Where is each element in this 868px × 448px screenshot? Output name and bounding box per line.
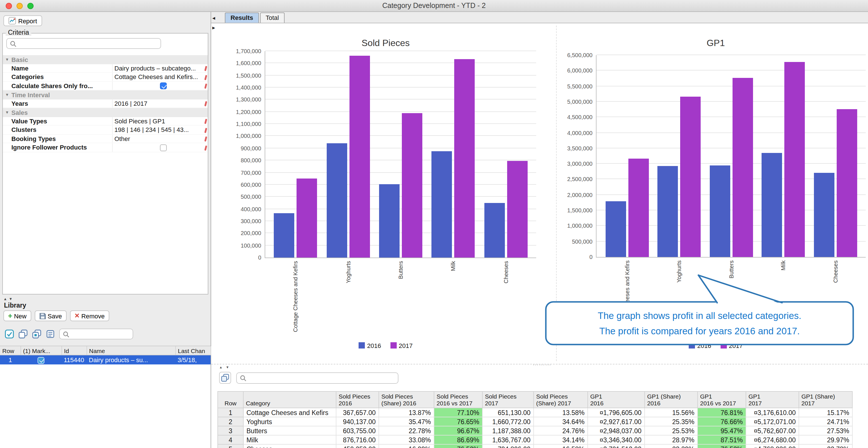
bar-2016[interactable] <box>379 184 400 257</box>
minimize-button[interactable] <box>17 3 23 9</box>
paste-icon[interactable] <box>45 329 55 339</box>
criteria-row[interactable]: Clusters198 | 146 | 234 | 545 | 43... <box>3 126 208 134</box>
bar-2016[interactable] <box>484 203 504 257</box>
results-column-header[interactable]: Row <box>218 391 243 408</box>
y-tick-label: 200,000 <box>241 230 261 237</box>
results-cell: 76.65% <box>434 417 483 426</box>
bar-2016[interactable] <box>605 201 626 257</box>
criteria-row-value[interactable]: Cottage Cheeses and Kefirs... <box>113 74 208 80</box>
criteria-group-header[interactable]: ▼Basic <box>3 55 208 64</box>
criteria-row-value[interactable] <box>113 82 208 89</box>
table-search[interactable] <box>236 372 398 383</box>
results-column-header[interactable]: Category <box>243 391 336 408</box>
results-column-header[interactable]: Sold Pieces (Share) 2017 <box>534 391 588 408</box>
save-button[interactable]: Save <box>34 310 66 321</box>
results-table-area: RowCategorySold Pieces 2016Sold Pieces (… <box>217 391 868 448</box>
remove-button[interactable]: ✕Remove <box>70 310 109 321</box>
y-tick-label: 1,700,000 <box>236 48 261 54</box>
criteria-row-value[interactable]: Sold Pieces | GP1 <box>113 118 208 125</box>
zoom-button[interactable] <box>27 3 34 9</box>
results-cell: 651,130.00 <box>483 408 534 417</box>
criteria-row-value[interactable]: 2016 | 2017 <box>113 100 208 107</box>
criteria-group-header[interactable]: ▼Sales <box>3 108 208 117</box>
results-column-header[interactable]: Sold Pieces 2016 <box>336 391 379 408</box>
select-all-icon[interactable] <box>5 329 14 339</box>
bar-2016[interactable] <box>432 151 452 257</box>
criteria-collapse-arrows[interactable]: ▲▼ <box>3 297 14 301</box>
results-column-header[interactable]: Sold Pieces 2016 vs 2017 <box>434 391 483 408</box>
bar-2016[interactable] <box>814 173 834 257</box>
library-column-header[interactable]: Id <box>61 346 87 355</box>
results-row[interactable]: 3Butters603,755.0022.78%96.67%1,187,388.… <box>218 426 852 435</box>
criteria-row-value[interactable]: Dairy products – subcatego... <box>113 65 208 72</box>
criteria-row-value[interactable]: Other <box>113 135 208 142</box>
bar-2017[interactable] <box>402 113 422 257</box>
results-column-header[interactable]: GP1 (Share) 2016 <box>645 391 698 408</box>
library-column-header[interactable]: (1) Mark... <box>21 346 61 355</box>
bar-2017[interactable] <box>732 78 753 257</box>
library-row[interactable]: 1115440Dairy products – su...3/5/18, <box>0 355 211 365</box>
bar-2017[interactable] <box>628 158 649 257</box>
criteria-row[interactable]: CategoriesCottage Cheeses and Kefirs... <box>3 73 208 81</box>
criteria-row[interactable]: Years2016 | 2017 <box>3 99 208 108</box>
library-search-input[interactable] <box>71 330 130 338</box>
library-column-header[interactable]: Last Chan <box>175 346 211 355</box>
criteria-checkbox[interactable] <box>160 83 167 90</box>
library-column-header[interactable]: Row <box>0 346 21 355</box>
criteria-row-value[interactable]: 198 | 146 | 234 | 545 | 43... <box>113 127 208 133</box>
bar-2017[interactable] <box>836 109 857 257</box>
bar-2017[interactable] <box>680 96 701 257</box>
copy-icon[interactable] <box>18 329 28 339</box>
collapse-left-icon[interactable]: ◀ <box>212 16 215 20</box>
results-column-header[interactable]: GP1 2016 vs 2017 <box>698 391 746 408</box>
results-cell: 24.71% <box>799 417 852 426</box>
bar-2017[interactable] <box>297 178 317 257</box>
criteria-group-header[interactable]: ▼Time Interval <box>3 91 208 99</box>
library-row-checkbox[interactable] <box>37 357 44 364</box>
criteria-row[interactable]: NameDairy products – subcatego... <box>3 64 208 73</box>
copy-table-button[interactable] <box>219 372 231 384</box>
report-button[interactable]: Report <box>3 15 42 26</box>
library-search[interactable] <box>59 329 133 339</box>
results-column-header[interactable]: Sold Pieces 2017 <box>483 391 534 408</box>
criteria-row[interactable]: Ignore Follower Products <box>3 143 208 152</box>
horizontal-splitter[interactable]: ▲ ▼ ⋯⋯⋯ <box>211 364 868 371</box>
results-row[interactable]: 5Cheeses450,252.0016.99%76.52%794,806.00… <box>218 444 852 448</box>
bar-2017[interactable] <box>784 62 805 257</box>
criteria-row[interactable]: Value TypesSold Pieces | GP1 <box>3 117 208 126</box>
duplicate-icon[interactable] <box>32 329 41 339</box>
bar-2016[interactable] <box>327 143 347 257</box>
bar-2017[interactable] <box>507 161 527 257</box>
close-button[interactable] <box>6 3 12 9</box>
bar-2016[interactable] <box>710 166 730 257</box>
results-row[interactable]: 4Milk876,716.0033.08%86.69%1,636,767.003… <box>218 435 852 444</box>
results-column-header[interactable]: GP1 2016 <box>588 391 645 408</box>
collapse-down-icon[interactable]: ▼ <box>9 297 14 301</box>
collapse-up-icon[interactable]: ▲ <box>3 297 9 301</box>
tab-results[interactable]: Results <box>225 12 259 23</box>
criteria-search[interactable] <box>6 38 161 49</box>
library-column-header[interactable]: Name <box>87 346 175 355</box>
bar-2016[interactable] <box>762 153 782 257</box>
splitter-grip[interactable]: ⋯⋯⋯ <box>533 361 552 368</box>
table-search-input[interactable] <box>248 374 395 382</box>
bar-2016[interactable] <box>274 213 294 257</box>
splitter-arrows[interactable]: ▲ ▼ <box>219 366 230 369</box>
new-button[interactable]: +New <box>3 310 31 321</box>
results-row[interactable]: 1Cottage Cheeses and Kefirs367,657.0013.… <box>218 408 852 417</box>
bar-2017[interactable] <box>455 59 475 257</box>
tab-total[interactable]: Total <box>260 12 285 23</box>
expand-right-icon[interactable]: ▶ <box>212 26 215 30</box>
criteria-row-value[interactable] <box>113 143 208 151</box>
criteria-checkbox[interactable] <box>160 144 167 151</box>
results-column-header[interactable]: GP1 (Share) 2017 <box>799 391 852 408</box>
bar-2016[interactable] <box>657 166 678 257</box>
criteria-search-input[interactable] <box>18 39 158 47</box>
results-column-header[interactable]: Sold Pieces (Share) 2016 <box>379 391 434 408</box>
bar-group: Cheeses <box>814 55 857 257</box>
results-row[interactable]: 2Yoghurts940,137.0035.47%76.65%1,660,772… <box>218 417 852 426</box>
results-column-header[interactable]: GP1 2017 <box>746 391 799 408</box>
bar-2017[interactable] <box>349 56 370 257</box>
criteria-row[interactable]: Booking TypesOther <box>3 134 208 143</box>
criteria-row[interactable]: Calculate Shares Only fro... <box>3 81 208 91</box>
